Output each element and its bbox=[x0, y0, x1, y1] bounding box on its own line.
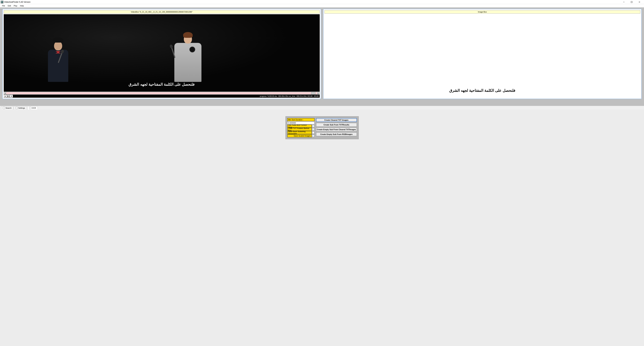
tab-search[interactable]: Search bbox=[1, 106, 14, 110]
crop-marker-br[interactable]: ✕ bbox=[318, 90, 320, 92]
scroll-right-icon[interactable]: ▸ bbox=[317, 92, 320, 94]
image-box-body: فلنحصل على الكلمة المفتاحية لجهه الشرق bbox=[324, 14, 640, 98]
maximize-button[interactable] bbox=[628, 0, 636, 4]
window-title: VideoSubFinder 5.40 Version bbox=[4, 1, 620, 3]
tab-page-icon bbox=[16, 107, 18, 109]
join-subs-checkbox[interactable]: ✓ bbox=[312, 125, 314, 127]
timeline-thumb[interactable] bbox=[311, 92, 316, 94]
scroll-left-icon[interactable]: ◂ bbox=[4, 92, 6, 94]
video-box-header: VideoBox "0_21_10_402__0_21_14_138_00000… bbox=[4, 10, 320, 14]
tab-label: Search bbox=[6, 107, 12, 109]
create-empty-sub-txt-button[interactable]: Create Empty Sub From Cleared TXTImages bbox=[316, 128, 357, 131]
main-window: VideoSubFinder 5.40 Version File Edit Pl… bbox=[0, 0, 644, 346]
tab-page-icon bbox=[29, 107, 31, 109]
crop-marker-tr[interactable]: ✕ bbox=[318, 14, 320, 16]
tab-settings[interactable]: Settings bbox=[14, 106, 27, 110]
crop-marker-bl[interactable]: ✕ bbox=[4, 90, 6, 92]
clear-txt-checkbox[interactable]: ✓ bbox=[312, 128, 314, 131]
tab-label: Settings bbox=[18, 107, 25, 109]
ocr-options-column: Min Sub Duration : 0.000000 Join Subs An… bbox=[287, 118, 314, 137]
window-controls bbox=[620, 0, 643, 4]
ocr-panel: Min Sub Duration : 0.000000 Join Subs An… bbox=[286, 116, 359, 139]
titlebar: VideoSubFinder 5.40 Version bbox=[0, 0, 644, 4]
menu-help[interactable]: Help bbox=[19, 5, 25, 7]
pause-button[interactable]: ❚❚ bbox=[7, 95, 10, 98]
person-right bbox=[174, 35, 202, 85]
image-box-text: فلنحصل على الكلمة المفتاحية لجهه الشرق bbox=[325, 88, 640, 93]
subtitle-overlay: فلنحصل على الكلمة المفتاحية لجهه الشرق bbox=[4, 82, 320, 87]
menu-play[interactable]: Play bbox=[12, 5, 19, 7]
person-left bbox=[48, 41, 68, 85]
app-icon bbox=[1, 1, 4, 4]
image-box-header: Image Box bbox=[324, 10, 640, 14]
transport-bar: ▶ ❚❚ ■ progress: %100.00 eta : 00h:00m:0… bbox=[4, 95, 320, 98]
ocr-buttons-column: Create Cleared TXT Images Create Sub Fro… bbox=[316, 118, 357, 137]
create-cleared-txt-button[interactable]: Create Cleared TXT Images bbox=[316, 118, 357, 122]
video-box-panel: VideoBox "0_21_10_402__0_21_14_138_00000… bbox=[2, 9, 321, 99]
create-sub-txt-button[interactable]: Create Sub From TXTResults bbox=[316, 123, 357, 127]
minimize-button[interactable] bbox=[620, 0, 628, 4]
svg-rect-1 bbox=[631, 1, 632, 3]
menu-edit[interactable]: Edit bbox=[6, 5, 12, 7]
menubar: File Edit Play Help bbox=[0, 4, 644, 8]
crop-marker-tl[interactable]: ✕ bbox=[4, 14, 6, 16]
close-button[interactable] bbox=[636, 0, 643, 4]
tab-ocr[interactable]: OCR bbox=[27, 106, 38, 110]
tab-label: OCR bbox=[32, 107, 36, 109]
image-box-panel: Image Box فلنحصل على الكلمة المفتاحية لج… bbox=[323, 9, 642, 99]
upper-panels: VideoBox "0_21_10_402__0_21_14_138_00000… bbox=[0, 8, 644, 99]
progress-status: progress: %100.00 eta : 00h:00m:00s run_… bbox=[13, 95, 320, 97]
timeline-track[interactable] bbox=[6, 92, 317, 94]
create-empty-sub-rgb-button[interactable]: Create Empty Sub From RGBImages bbox=[316, 132, 357, 136]
video-scene bbox=[4, 14, 320, 92]
save-each-checkbox[interactable] bbox=[312, 131, 314, 134]
video-area[interactable]: فلنحصل على الكلمة المفتاحية لجهه الشرق ✕… bbox=[4, 14, 320, 92]
save-each-label: Save Each Substring Separately bbox=[287, 131, 312, 134]
ocr-pane: Min Sub Duration : 0.000000 Join Subs An… bbox=[0, 110, 644, 346]
play-button[interactable]: ▶ bbox=[4, 95, 7, 98]
panel-gap bbox=[0, 99, 644, 106]
timeline-scrollbar[interactable]: ◂ ▸ bbox=[4, 92, 320, 94]
save-scaled-checkbox[interactable]: ✓ bbox=[312, 135, 314, 137]
tab-page-icon bbox=[3, 107, 5, 109]
min-sub-duration-label: Min Sub Duration : bbox=[287, 118, 314, 121]
save-scaled-label: Save Scaled Images bbox=[287, 134, 312, 137]
tab-strip: Search Settings OCR bbox=[0, 106, 644, 110]
stop-button[interactable]: ■ bbox=[10, 95, 13, 98]
menu-file[interactable]: File bbox=[1, 5, 6, 7]
